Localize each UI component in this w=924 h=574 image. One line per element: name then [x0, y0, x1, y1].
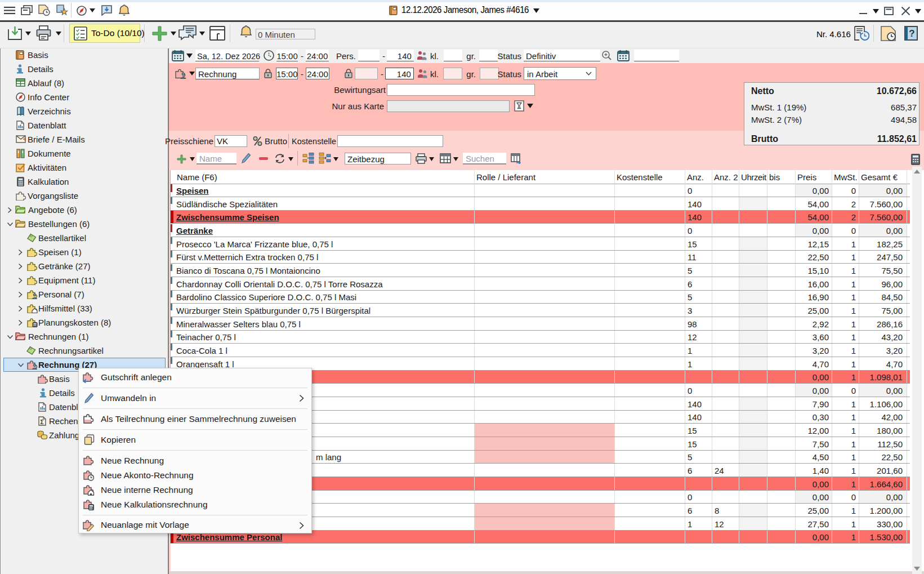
svg-text:Σ: Σ	[40, 419, 43, 425]
svg-text:?: ?	[909, 28, 914, 39]
